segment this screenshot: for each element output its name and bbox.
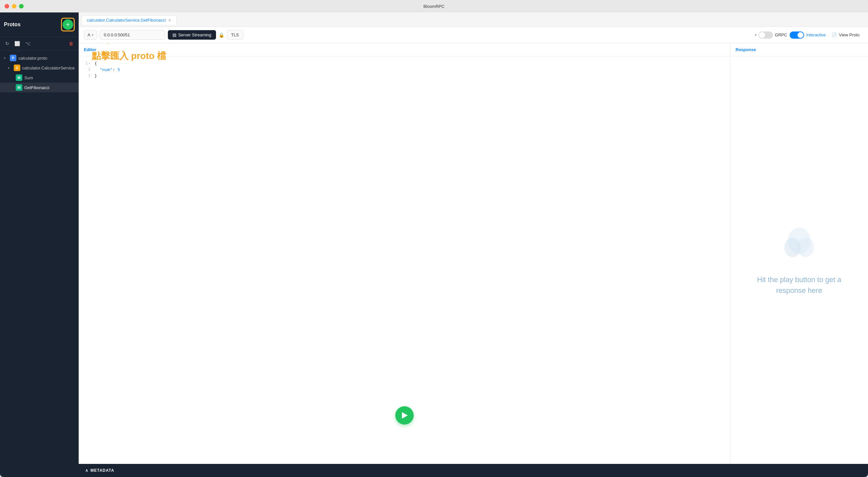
grpc-label: GRPC xyxy=(775,32,787,37)
traffic-lights xyxy=(5,4,24,8)
tab-close-button[interactable]: × xyxy=(168,18,171,23)
toolbar: A ▾ ▤ Server Streaming 🔒 TLS ▾ xyxy=(79,27,868,43)
line-code-3: } xyxy=(94,73,97,78)
server-streaming-label: Server Streaming xyxy=(178,32,211,37)
env-value: A xyxy=(88,32,90,37)
tree-item-label: GetFibonacci xyxy=(24,85,75,90)
method-badge: M xyxy=(16,84,22,91)
editor-content[interactable]: 1 ▾ { 2 "num": 5 xyxy=(79,56,730,464)
tab-label: calculator.CalculatorService.GetFibonacc… xyxy=(87,18,166,23)
code-line-3: 3 } xyxy=(79,73,730,79)
stream-icon: ▤ xyxy=(173,32,176,37)
tls-button[interactable]: TLS xyxy=(227,30,243,40)
grpc-toggle-switch[interactable] xyxy=(758,31,773,39)
env-select[interactable]: A ▾ xyxy=(84,30,97,40)
chevron-down-icon: ▾ xyxy=(8,66,12,70)
line-gutter-2: 2 xyxy=(79,67,94,72)
editor-header: Editor xyxy=(79,43,730,56)
code-line-1: 1 ▾ { xyxy=(79,60,730,66)
response-empty-icon xyxy=(779,224,819,264)
toggle-chevron-icon: ▾ xyxy=(755,33,756,37)
window-title: BloomRPC xyxy=(424,4,444,9)
delete-button[interactable]: 🗑 xyxy=(67,40,75,47)
sidebar-tree: ▾ P calculator.proto ▾ S calculator.Calc… xyxy=(0,51,79,477)
response-header: Response xyxy=(730,43,868,56)
main-layout: Protos + ↻ ⬜ ⌥ 🗑 xyxy=(0,12,868,477)
chevron-down-icon: ▾ xyxy=(92,33,93,37)
metadata-bar[interactable]: ∧ METADATA xyxy=(79,464,868,477)
tree-item-label: calculator.CalculatorService xyxy=(22,66,75,70)
proto-badge: P xyxy=(10,55,17,61)
refresh-icon: ↻ xyxy=(5,41,9,46)
lock-icon: 🔒 xyxy=(219,32,224,38)
line-gutter-3: 3 xyxy=(79,73,94,78)
interactive-label: Interactive xyxy=(806,32,826,37)
sidebar-title: Protos xyxy=(4,22,21,28)
service-badge: S xyxy=(14,65,20,71)
server-streaming-button[interactable]: ▤ Server Streaming xyxy=(168,30,216,40)
chevron-down-icon: ▾ xyxy=(4,56,8,60)
sidebar-item-calculator-service[interactable]: ▾ S calculator.CalculatorService xyxy=(0,63,79,73)
import-button[interactable]: ⬜ xyxy=(13,40,21,47)
sidebar-item-getfibonacci[interactable]: M GetFibonacci xyxy=(0,83,79,92)
tls-label: TLS xyxy=(231,32,239,37)
response-content: Hit the play button to get a response he… xyxy=(730,56,868,464)
refresh-button[interactable]: ↻ xyxy=(4,40,10,47)
view-proto-label: View Proto xyxy=(839,32,860,37)
sidebar-item-calculator-proto[interactable]: ▾ P calculator.proto xyxy=(0,53,79,63)
grpc-toggle: ▾ GRPC xyxy=(755,31,787,39)
tab-bar: calculator.CalculatorService.GetFibonacc… xyxy=(79,12,868,27)
metadata-text: METADATA xyxy=(90,468,115,473)
maximize-button[interactable] xyxy=(19,4,24,8)
metadata-chevron-icon: ∧ xyxy=(85,468,89,473)
tree-item-label: calculator.proto xyxy=(18,56,75,61)
minimize-button[interactable] xyxy=(12,4,17,8)
response-panel: Response Hit the play button to get a re… xyxy=(730,43,868,464)
content-area: Editor xyxy=(79,43,868,464)
titlebar: BloomRPC xyxy=(0,0,868,12)
sidebar-header: Protos + xyxy=(0,12,79,37)
metadata-label: ∧ METADATA xyxy=(85,468,115,473)
sidebar: Protos + ↻ ⬜ ⌥ 🗑 xyxy=(0,12,79,477)
line-code-1: { xyxy=(94,61,97,66)
filter-icon: ⌥ xyxy=(25,41,30,46)
close-button[interactable] xyxy=(5,4,9,8)
right-panel: calculator.CalculatorService.GetFibonacc… xyxy=(79,12,868,477)
play-icon xyxy=(402,412,408,419)
address-input[interactable] xyxy=(100,30,165,40)
delete-icon: 🗑 xyxy=(69,41,73,46)
code-line-2: 2 "num": 5 xyxy=(79,66,730,73)
interactive-toggle: Interactive xyxy=(789,31,826,39)
plus-icon: + xyxy=(66,21,70,28)
filter-button[interactable]: ⌥ xyxy=(24,40,32,47)
tree-item-label: Sum xyxy=(24,75,75,80)
editor-panel: Editor xyxy=(79,43,730,464)
app-window: BloomRPC Protos + ↻ ⬜ xyxy=(0,0,868,477)
tab-getfibonacci[interactable]: calculator.CalculatorService.GetFibonacc… xyxy=(81,15,177,25)
sidebar-item-sum[interactable]: M Sum xyxy=(0,73,79,83)
line-code-2: "num": 5 xyxy=(94,67,120,72)
sidebar-toolbar: ↻ ⬜ ⌥ 🗑 xyxy=(0,37,79,51)
add-button-highlight: + xyxy=(61,18,75,31)
view-proto-button[interactable]: 📄 View Proto xyxy=(828,30,863,39)
interactive-toggle-switch[interactable] xyxy=(789,31,804,39)
response-empty-text: Hit the play button to get a response he… xyxy=(743,274,855,296)
import-icon: ⬜ xyxy=(14,41,20,46)
play-button[interactable] xyxy=(395,406,414,424)
line-gutter-1: 1 ▾ xyxy=(79,61,94,66)
method-badge: M xyxy=(16,74,22,81)
svg-point-3 xyxy=(798,237,814,257)
add-proto-button[interactable]: + xyxy=(63,19,73,30)
document-icon: 📄 xyxy=(832,32,837,37)
